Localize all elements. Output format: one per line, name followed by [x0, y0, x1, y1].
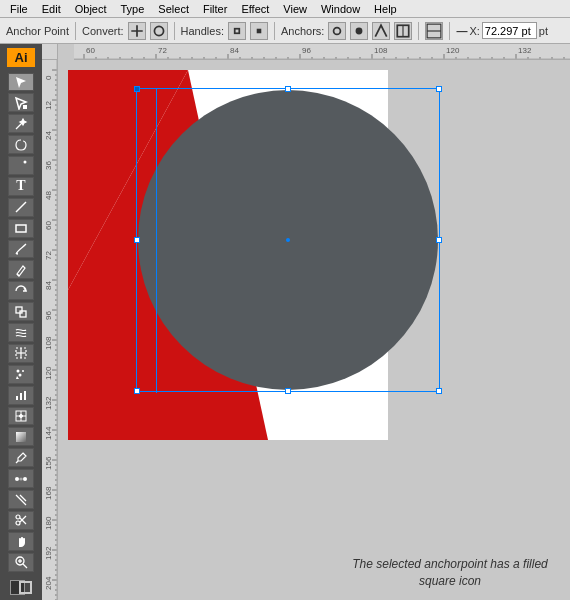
toolbar-separator-2: [174, 22, 175, 40]
extra-btn-1[interactable]: [425, 22, 443, 40]
menu-filter[interactable]: Filter: [197, 2, 233, 16]
svg-point-11: [24, 160, 27, 163]
fill-stroke-swatches[interactable]: [8, 578, 34, 597]
svg-point-36: [16, 515, 20, 519]
menu-bar: File Edit Object Type Select Filter Effe…: [0, 0, 570, 18]
svg-rect-9: [23, 105, 27, 109]
svg-point-33: [23, 477, 27, 481]
svg-rect-25: [24, 391, 26, 400]
menu-type[interactable]: Type: [115, 2, 151, 16]
svg-line-41: [23, 564, 27, 568]
paintbrush-tool-btn[interactable]: [8, 240, 34, 259]
magic-wand-tool-btn[interactable]: [8, 114, 34, 133]
svg-point-37: [16, 521, 20, 525]
svg-rect-16: [20, 311, 26, 317]
mesh-tool-btn[interactable]: [8, 407, 34, 426]
left-toolbar: Ai T: [0, 44, 42, 600]
scale-tool-btn[interactable]: [8, 302, 34, 321]
svg-rect-0: [154, 26, 163, 35]
toolbar: Anchor Point Convert: Handles: Anchors: …: [0, 18, 570, 44]
svg-point-3: [334, 27, 341, 34]
eyedropper-tool-btn[interactable]: [8, 448, 34, 467]
x-input[interactable]: [482, 22, 537, 39]
svg-point-20: [17, 370, 20, 373]
graph-tool-btn[interactable]: [8, 386, 34, 405]
convert-label: Convert:: [82, 25, 124, 37]
anchor-top-right[interactable]: [436, 86, 442, 92]
anchors-btn-4[interactable]: [394, 22, 412, 40]
menu-effect[interactable]: Effect: [235, 2, 275, 16]
direct-select-tool-btn[interactable]: [8, 93, 34, 112]
handles-btn-1[interactable]: [228, 22, 246, 40]
hand-tool-btn[interactable]: [8, 532, 34, 551]
anchors-btn-2[interactable]: [350, 22, 368, 40]
menu-window[interactable]: Window: [315, 2, 366, 16]
svg-point-32: [15, 477, 19, 481]
canvas-wrapper: The selected anchorpoint has a filled sq…: [42, 60, 570, 600]
svg-rect-30: [16, 432, 26, 442]
pen-tool-btn[interactable]: [8, 156, 34, 175]
lasso-tool-btn[interactable]: [8, 135, 34, 154]
minus-icon: —: [456, 25, 467, 37]
menu-help[interactable]: Help: [368, 2, 403, 16]
svg-rect-23: [16, 396, 18, 400]
svg-rect-15: [16, 307, 22, 313]
svg-point-22: [19, 374, 22, 377]
handles-label: Handles:: [181, 25, 224, 37]
menu-select[interactable]: Select: [152, 2, 195, 16]
svg-rect-2: [257, 28, 262, 33]
svg-point-29: [20, 415, 23, 418]
rotate-tool-btn[interactable]: [8, 281, 34, 300]
handles-btn-2[interactable]: [250, 22, 268, 40]
pencil-tool-btn[interactable]: [8, 260, 34, 279]
svg-point-21: [22, 370, 24, 372]
symbol-sprayer-tool-btn[interactable]: [8, 365, 34, 384]
type-tool-btn[interactable]: T: [8, 177, 34, 196]
toolbar-separator-1: [75, 22, 76, 40]
annotation-text: The selected anchorpoint has a filled sq…: [340, 556, 560, 590]
warp-tool-btn[interactable]: [8, 323, 34, 342]
scissors-tool-btn[interactable]: [8, 511, 34, 530]
ruler-top: [74, 44, 570, 60]
svg-point-4: [356, 27, 363, 34]
svg-line-12: [16, 202, 26, 212]
toolbar-separator-4: [418, 22, 419, 40]
select-tool-btn[interactable]: [8, 73, 34, 92]
center-point: [286, 238, 290, 242]
menu-view[interactable]: View: [277, 2, 313, 16]
svg-rect-13: [16, 225, 26, 232]
canvas-area: The selected anchorpoint has a filled sq…: [42, 44, 570, 600]
canvas[interactable]: The selected anchorpoint has a filled sq…: [58, 60, 570, 600]
ruler-corner: [42, 44, 58, 60]
menu-object[interactable]: Object: [69, 2, 113, 16]
line-tool-btn[interactable]: [8, 198, 34, 217]
menu-file[interactable]: File: [4, 2, 34, 16]
convert-btn-2[interactable]: [150, 22, 168, 40]
anchors-btn-1[interactable]: [328, 22, 346, 40]
ruler-left-canvas: [42, 60, 58, 600]
slice-tool-btn[interactable]: [8, 490, 34, 509]
anchor-bottom-right[interactable]: [436, 388, 442, 394]
toolbar-separator-3: [274, 22, 275, 40]
toolbar-separator-5: [449, 22, 450, 40]
ruler-top-canvas: [74, 44, 570, 60]
svg-line-14: [17, 274, 19, 276]
svg-line-31: [16, 461, 18, 463]
anchors-label: Anchors:: [281, 25, 324, 37]
zoom-tool-btn[interactable]: [8, 553, 34, 572]
blend-tool-btn[interactable]: [8, 469, 34, 488]
convert-btn-1[interactable]: [128, 22, 146, 40]
menu-edit[interactable]: Edit: [36, 2, 67, 16]
pt-label: pt: [539, 25, 548, 37]
ai-logo: Ai: [7, 48, 35, 67]
anchors-btn-3[interactable]: [372, 22, 390, 40]
anchor-point-label: Anchor Point: [6, 25, 69, 37]
rect-tool-btn[interactable]: [8, 219, 34, 238]
ruler-left: [42, 60, 58, 600]
x-label: X:: [469, 25, 479, 37]
main-area: Ai T: [0, 44, 570, 600]
svg-rect-1: [235, 28, 240, 33]
gradient-tool-btn[interactable]: [8, 427, 34, 446]
svg-rect-24: [20, 393, 22, 400]
free-transform-tool-btn[interactable]: [8, 344, 34, 363]
